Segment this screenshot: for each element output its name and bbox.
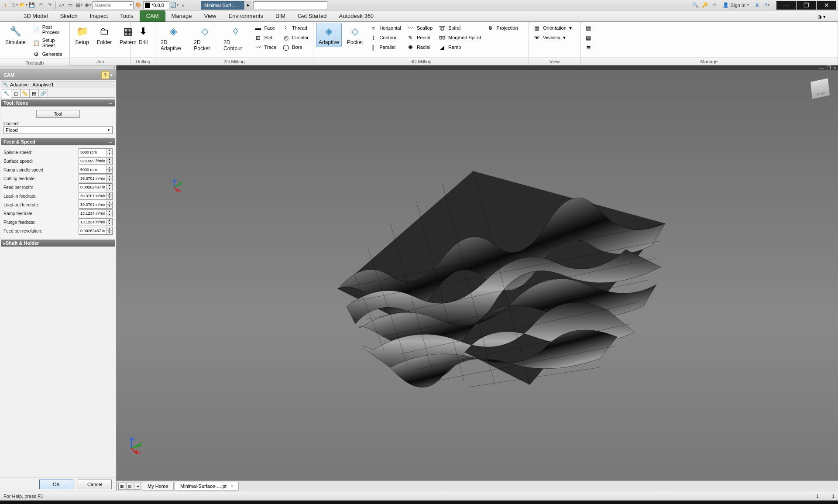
contour-button[interactable]: ⌇Contour [368,33,403,42]
field-ramp-input[interactable]: ▲▼ [79,209,113,217]
rgb-input[interactable]: *0,0,0 [143,1,169,9]
3d-adaptive-button[interactable]: ◈Adaptive [316,23,342,47]
panel-tab-heights[interactable]: 📏 [20,89,30,98]
2d-pocket-button[interactable]: ◇2D Pocket [191,23,218,53]
document-tab-next[interactable]: ▸ [245,1,251,10]
color-wheel-icon[interactable]: 🎨 [134,1,142,9]
morphed-spiral-button[interactable]: ➿Morphed Spiral [437,33,483,42]
circular-button[interactable]: ◎Circular [281,33,310,42]
tool-select-button[interactable]: Tool [36,110,80,118]
help-icon[interactable]: ? [763,1,771,9]
key-icon[interactable]: 🔑 [701,1,709,9]
field-cutting-input[interactable]: ▲▼ [79,175,113,182]
tab-grid-icon[interactable]: ▤ [126,483,133,490]
coolant-combo[interactable]: Flood [3,126,113,134]
sign-in-button[interactable]: 👤 Sign In [720,2,752,8]
scallop-button[interactable]: 〰Scallop [405,24,434,32]
post-process-button[interactable]: 📄Post Process [31,24,67,36]
projection-button[interactable]: ⤋Projection [485,24,520,32]
ok-button[interactable]: OK [39,480,73,489]
window-close[interactable]: ✕ [817,1,836,10]
orientation-button[interactable]: ▦Orientation ▾ [532,24,574,32]
field-lead_out-input[interactable]: ▲▼ [79,201,113,209]
thread-button[interactable]: ⌇Thread [281,24,310,32]
document-tab[interactable]: Minimal-Surf… [201,1,244,10]
open-icon[interactable]: 📂 [19,1,27,9]
shaft-section-header[interactable]: ▸ Shaft & Holder [1,240,115,247]
panel-tab-linking[interactable]: 🔗 [38,89,48,98]
viewport-canvas[interactable]: FRONT zyx zyx [117,70,838,480]
slot-button[interactable]: ⊟Slot [253,33,278,42]
star-icon[interactable]: ☆ [711,1,718,9]
tab-autodesk-360[interactable]: Autodesk 360 [333,11,380,21]
field-lead_in-input[interactable]: ▲▼ [79,192,113,200]
home-icon[interactable]: ⌂ [58,1,65,9]
parallel-button[interactable]: ∥Parallel [368,43,403,51]
bore-button[interactable]: ◯Bore [281,43,310,51]
tab-sketch[interactable]: Sketch [54,11,84,21]
tab-inspect[interactable]: Inspect [83,11,114,21]
field-feed_tooth-input[interactable]: ▲▼ [79,183,113,191]
app-icon[interactable]: I [2,1,10,9]
feed-section-header[interactable]: Feed & Speed︿ [1,138,115,145]
undo-icon[interactable]: ↶ [37,1,45,9]
tab-cam[interactable]: CAM [140,10,165,22]
generate-button[interactable]: ⚙Generate [31,50,67,58]
redo-icon[interactable]: ↷ [45,1,53,9]
select-icon[interactable]: ▭ [66,1,74,9]
tab-view[interactable]: View [198,11,223,21]
field-feed_rev-input[interactable]: ▲▼ [79,227,113,235]
tab-get-started[interactable]: Get Started [292,11,333,21]
manage-btn3[interactable]: ≣ [583,43,594,51]
select-mode-icon[interactable]: ▦ [75,1,83,9]
2d-contour-button[interactable]: ◊2D Contour [221,23,250,53]
ribbon-options-icon[interactable]: ◑ ▾ [814,12,829,21]
appearance-icon[interactable]: ◉ [84,1,92,9]
new-icon[interactable]: 🗋 [10,1,18,9]
window-minimize[interactable]: — [776,1,796,10]
horizontal-button[interactable]: ≡Horizontal [368,24,403,32]
refresh-icon[interactable]: 🔄 [170,1,178,9]
field-ramp_spindle-input[interactable]: ▲▼ [79,166,113,174]
manage-btn1[interactable]: ▦ [583,24,594,32]
2d-adaptive-button[interactable]: ◈2D Adaptive [158,23,189,53]
tab-nav-left[interactable]: ◂ [134,483,141,490]
search-input[interactable] [253,1,327,9]
3d-pocket-button[interactable]: ◇Pocket [344,23,366,47]
tab-layout-icon[interactable]: ▦ [118,483,125,490]
panel-tab-geometry[interactable]: ◻ [11,89,21,98]
tab-bim[interactable]: BIM [269,11,292,21]
simulate-button[interactable]: 🔧 Simulate [3,23,28,47]
spiral-button[interactable]: ➰Spiral [437,24,483,32]
visibility-button[interactable]: 👁Visibility ▾ [532,33,574,42]
tab-manage[interactable]: Manage [165,11,198,21]
panel-tab-passes[interactable]: ▤ [29,89,39,98]
exchange-icon[interactable]: X [753,1,761,9]
save-icon[interactable]: 💾 [28,1,36,9]
panel-close-bar[interactable]: × [0,65,116,70]
trace-button[interactable]: 〰Trace [253,43,278,51]
find-icon[interactable]: 🔍 [691,1,699,9]
panel-help-icon[interactable]: ? [101,71,109,79]
manage-btn2[interactable]: ▤ [583,33,594,42]
radial-button[interactable]: ✺Radial [405,43,434,51]
setup-button[interactable]: 📁Setup [72,23,92,47]
tab-close-icon[interactable]: × [231,484,233,488]
more-icon[interactable]: » [179,1,187,9]
cancel-button[interactable]: Cancel [78,480,112,489]
tab-my-home[interactable]: My Home [142,482,174,490]
nav-cube[interactable]: FRONT [809,77,831,99]
window-maximize[interactable]: ❐ [797,1,816,10]
face-button[interactable]: ▬Face [253,24,278,32]
pencil-button[interactable]: ✎Pencil [405,33,434,42]
setup-sheet-button[interactable]: 📋Setup Sheet [31,37,67,49]
ramp-button[interactable]: ◢Ramp [437,43,483,51]
panel-tab-tool[interactable]: 🔧 [2,89,11,98]
field-spindle_speed-input[interactable]: ▲▼ [79,148,113,156]
field-plunge-input[interactable]: ▲▼ [79,218,113,226]
material-combo[interactable]: Material [93,1,134,9]
drill-button[interactable]: ⬇Drill [134,23,153,47]
tab-3d-model[interactable]: 3D Model [17,11,54,21]
tab-tools[interactable]: Tools [114,11,139,21]
field-surface_speed-input[interactable]: ▲▼ [79,157,113,165]
